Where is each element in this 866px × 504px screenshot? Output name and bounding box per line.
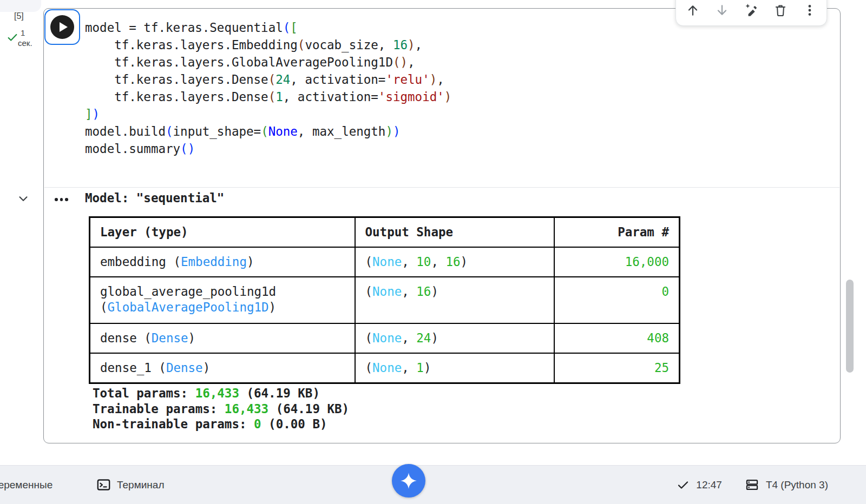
previous-cell-edge bbox=[0, 0, 41, 12]
table-cell: 408 bbox=[554, 323, 680, 353]
output-options-icon[interactable] bbox=[55, 198, 68, 201]
table-row: embedding (Embedding)(None, 10, 16)16,00… bbox=[90, 247, 680, 277]
collapse-output-chevron-icon[interactable] bbox=[16, 191, 30, 208]
bottom-status-bar: Переменные Терминал 12:47 T4 (Python 3) bbox=[0, 465, 866, 504]
runtime-selector[interactable]: T4 (Python 3) bbox=[745, 478, 828, 492]
table-cell: global_average_pooling1d (GlobalAverageP… bbox=[90, 277, 355, 323]
table-cell: 0 bbox=[554, 277, 680, 323]
params-totals: Total params: 16,433 (64.19 KB) Trainabl… bbox=[93, 386, 349, 432]
summary-col-header: Layer (type) bbox=[90, 217, 355, 248]
table-cell: (None, 1) bbox=[355, 353, 554, 383]
exec-check-icon bbox=[677, 479, 690, 492]
code-cell: model = tf.keras.Sequential([ tf.keras.l… bbox=[43, 8, 841, 443]
summary-col-header: Output Shape bbox=[355, 217, 554, 248]
table-row: dense (Dense)(None, 24)408 bbox=[90, 323, 680, 353]
table-cell: (None, 16) bbox=[355, 277, 554, 323]
terminal-button[interactable]: Терминал bbox=[96, 466, 165, 504]
code-output-divider bbox=[44, 187, 839, 188]
run-cell-button[interactable] bbox=[44, 9, 80, 45]
table-cell: dense_1 (Dense) bbox=[90, 353, 355, 383]
code-editor[interactable]: model = tf.keras.Sequential([ tf.keras.l… bbox=[85, 19, 451, 157]
table-cell: (None, 10, 16) bbox=[355, 247, 554, 277]
runtime-label: T4 (Python 3) bbox=[766, 479, 828, 491]
table-cell: 25 bbox=[554, 353, 680, 383]
gemini-button[interactable] bbox=[392, 464, 425, 498]
output-model-title: Model: "sequential" bbox=[85, 191, 224, 205]
table-cell: 16,000 bbox=[554, 247, 680, 277]
terminal-icon bbox=[96, 478, 111, 492]
table-row: dense_1 (Dense)(None, 1)25 bbox=[90, 353, 680, 383]
edit-with-ai-icon[interactable] bbox=[744, 3, 759, 18]
gemini-spark-icon bbox=[399, 472, 418, 490]
runtime-icon bbox=[745, 478, 759, 492]
execution-count: [5] bbox=[14, 11, 24, 21]
move-cell-up-icon[interactable] bbox=[685, 3, 700, 18]
summary-col-header: Param # bbox=[554, 217, 680, 248]
scrollbar-thumb[interactable] bbox=[846, 280, 854, 373]
execution-time-value: 1 bbox=[21, 28, 25, 37]
table-cell: dense (Dense) bbox=[90, 323, 355, 353]
play-icon bbox=[50, 15, 74, 39]
cell-toolbar bbox=[675, 0, 827, 26]
exec-time-status: 12:47 bbox=[696, 479, 722, 491]
table-cell: embedding (Embedding) bbox=[90, 247, 355, 277]
move-cell-down-icon[interactable] bbox=[714, 3, 730, 18]
variables-button[interactable]: Переменные bbox=[0, 479, 53, 491]
execution-time-unit: сек. bbox=[18, 38, 32, 48]
terminal-label: Терминал bbox=[117, 479, 165, 491]
delete-cell-icon[interactable] bbox=[773, 3, 788, 18]
table-cell: (None, 24) bbox=[355, 323, 554, 353]
model-summary-table: Layer (type)Output ShapeParam #embedding… bbox=[89, 216, 680, 384]
table-row: global_average_pooling1d (GlobalAverageP… bbox=[90, 277, 680, 323]
success-check-icon bbox=[6, 31, 18, 45]
more-actions-icon[interactable] bbox=[802, 3, 817, 18]
